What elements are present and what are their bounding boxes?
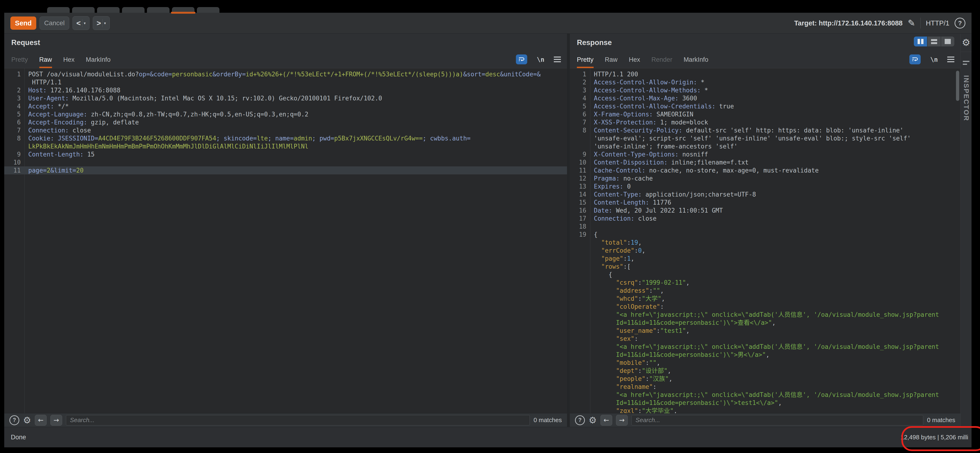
history-back-button[interactable]: < ▾: [73, 16, 89, 30]
code-line[interactable]: "sex":: [570, 335, 961, 343]
code-line[interactable]: "user_name":"test1",: [570, 327, 961, 335]
code-line[interactable]: Id=11&id=11&code=personbasic')\">test1<\…: [570, 399, 961, 407]
help-icon[interactable]: ?: [955, 18, 966, 29]
prev-match-button[interactable]: ←: [600, 415, 612, 426]
code-line[interactable]: 'unsafe-inline'; frame-ancestors 'self': [570, 142, 961, 150]
next-match-button[interactable]: →: [616, 415, 628, 426]
search-help-icon[interactable]: ?: [575, 415, 585, 425]
code-line[interactable]: "csrq":"1999-02-11",: [570, 279, 961, 287]
show-newlines-icon[interactable]: \n: [930, 56, 938, 63]
code-line[interactable]: 1HTTP/1.1 200: [570, 70, 961, 78]
repeater-tab[interactable]: [97, 7, 119, 13]
layout-rows-icon[interactable]: [928, 37, 941, 46]
collapse-panel-icon[interactable]: [963, 61, 969, 65]
code-line[interactable]: 11Cache-Control: no-cache, no-store, max…: [570, 166, 961, 174]
editor-menu-icon[interactable]: [554, 57, 561, 62]
code-line[interactable]: "mobile":"",: [570, 359, 961, 367]
code-line[interactable]: 14Content-Type: application/json;charset…: [570, 190, 961, 198]
code-line[interactable]: 4Accept: */*: [4, 102, 567, 110]
code-line[interactable]: "<a href=\"javascript:;\" onclick=\"addT…: [570, 343, 961, 351]
code-line[interactable]: 7Connection: close: [4, 126, 567, 134]
code-line[interactable]: 17Connection: close: [570, 214, 961, 222]
edit-target-icon[interactable]: ✎: [908, 18, 915, 28]
code-line[interactable]: 15Content-Length: 11776: [570, 198, 961, 206]
code-line[interactable]: 1POST /oa/visual/moduleList.do?op=&code=…: [4, 70, 567, 78]
code-line[interactable]: "address":"",: [570, 287, 961, 295]
code-line[interactable]: 16Date: Wed, 20 Jul 2022 11:00:51 GMT: [570, 206, 961, 214]
search-settings-icon[interactable]: ⚙: [23, 415, 31, 426]
code-line[interactable]: "people":"汉族",: [570, 375, 961, 383]
code-line[interactable]: "<a href=\"javascript:;\" onclick=\"addT…: [570, 311, 961, 319]
code-line[interactable]: 8Content-Security-Policy: default-src 's…: [570, 126, 961, 134]
code-line[interactable]: 6Accept-Encoding: gzip, deflate: [4, 118, 567, 126]
prev-match-button[interactable]: ←: [35, 415, 47, 426]
search-help-icon[interactable]: ?: [10, 415, 19, 425]
code-line[interactable]: "<a href=\"javascript:;\" onclick=\"addT…: [570, 391, 961, 399]
code-line[interactable]: "total":19,: [570, 239, 961, 247]
code-line[interactable]: 18: [570, 222, 961, 231]
code-line[interactable]: 6X-Frame-Options: SAMEORIGIN: [570, 110, 961, 118]
repeater-tab[interactable]: [147, 7, 170, 13]
code-line[interactable]: 12Pragma: no-cache: [570, 174, 961, 182]
code-line[interactable]: 10Content-Disposition: inline;filename=f…: [570, 158, 961, 166]
request-search-input[interactable]: [66, 415, 530, 426]
next-match-button[interactable]: →: [50, 415, 62, 426]
show-newlines-icon[interactable]: \n: [537, 56, 544, 63]
code-line[interactable]: "errCode":0,: [570, 247, 961, 255]
response-editor[interactable]: 1HTTP/1.1 2002Access-Control-Allow-Origi…: [570, 68, 961, 413]
code-line[interactable]: 2Host: 172.16.140.176:8088: [4, 86, 567, 94]
code-line[interactable]: 9X-Content-Type-Options: nosniff: [570, 150, 961, 158]
code-line[interactable]: HTTP/1.1: [4, 78, 567, 86]
tab-markinfo[interactable]: MarkInfo: [86, 56, 111, 68]
tab-pretty[interactable]: Pretty: [11, 56, 28, 68]
chevron-down-icon[interactable]: ▾: [103, 21, 107, 26]
repeater-tab[interactable]: [47, 7, 70, 13]
code-line[interactable]: 8Cookie: JSESSIONID=A4CD4E79F3B246F52686…: [4, 134, 567, 142]
word-wrap-icon[interactable]: [516, 54, 527, 64]
request-editor[interactable]: 1POST /oa/visual/moduleList.do?op=&code=…: [4, 68, 567, 413]
code-line[interactable]: "rows":[: [570, 263, 961, 271]
layout-single-icon[interactable]: [941, 37, 955, 46]
tab-raw[interactable]: Raw: [605, 56, 617, 68]
code-line[interactable]: 13Expires: 0: [570, 182, 961, 190]
code-line[interactable]: 4Access-Control-Max-Age: 3600: [570, 94, 961, 102]
send-button[interactable]: Send: [10, 16, 36, 30]
gear-icon[interactable]: ⚙: [962, 37, 970, 48]
code-line[interactable]: "zgxl":"大学毕业",: [570, 407, 961, 413]
code-line[interactable]: Id=11&id=11&code=personbasic')\">男<\/a>"…: [570, 351, 961, 359]
editor-menu-icon[interactable]: [947, 57, 955, 62]
cancel-button[interactable]: Cancel: [40, 16, 69, 30]
code-line[interactable]: 10: [4, 158, 567, 166]
code-line[interactable]: 11page=2&limit=20: [4, 166, 567, 174]
tab-markinfo[interactable]: MarkInfo: [684, 56, 708, 68]
code-line[interactable]: 7X-XSS-Protection: 1; mode=block: [570, 118, 961, 126]
tab-hex[interactable]: Hex: [63, 56, 75, 68]
repeater-tab[interactable]: [72, 7, 95, 13]
code-line[interactable]: {: [570, 271, 961, 279]
code-line[interactable]: "page":1,: [570, 255, 961, 263]
code-line[interactable]: "realname":: [570, 383, 961, 391]
repeater-tab[interactable]: [197, 7, 220, 13]
repeater-tab[interactable]: [122, 7, 145, 13]
code-line[interactable]: Id=11&id=11&code=personbasic')\">查看<\/a>…: [570, 319, 961, 327]
inspector-tab[interactable]: INSPECTOR: [963, 75, 970, 121]
tab-render[interactable]: Render: [652, 56, 673, 68]
code-line[interactable]: 2Access-Control-Allow-Origin: *: [570, 78, 961, 86]
code-line[interactable]: "whcd":"大学",: [570, 295, 961, 303]
code-line[interactable]: 5Access-Control-Allow-Credentials: true: [570, 102, 961, 110]
layout-columns-icon[interactable]: [914, 37, 927, 46]
panel-divider[interactable]: [567, 34, 570, 427]
code-line[interactable]: "colOperate":: [570, 303, 961, 311]
word-wrap-icon[interactable]: [909, 54, 921, 64]
response-scrollbar[interactable]: [956, 71, 959, 101]
search-settings-icon[interactable]: ⚙: [589, 415, 597, 426]
code-line[interactable]: LkPkBkEkAkNmJmHmHhEmNmHmHmPmBmPmPmOhOhKm…: [4, 142, 567, 150]
code-line[interactable]: 3Access-Control-Allow-Methods: *: [570, 86, 961, 94]
tab-raw[interactable]: Raw: [39, 56, 52, 68]
history-forward-button[interactable]: > ▾: [93, 16, 110, 30]
tab-pretty[interactable]: Pretty: [577, 56, 593, 68]
code-line[interactable]: 'unsafe-eval'; script-src 'self' 'unsafe…: [570, 134, 961, 142]
code-line[interactable]: 19{: [570, 231, 961, 239]
code-line[interactable]: 5Accept-Language: zh-CN,zh;q=0.8,zh-TW;q…: [4, 110, 567, 118]
code-line[interactable]: 9Content-Length: 15: [4, 150, 567, 158]
